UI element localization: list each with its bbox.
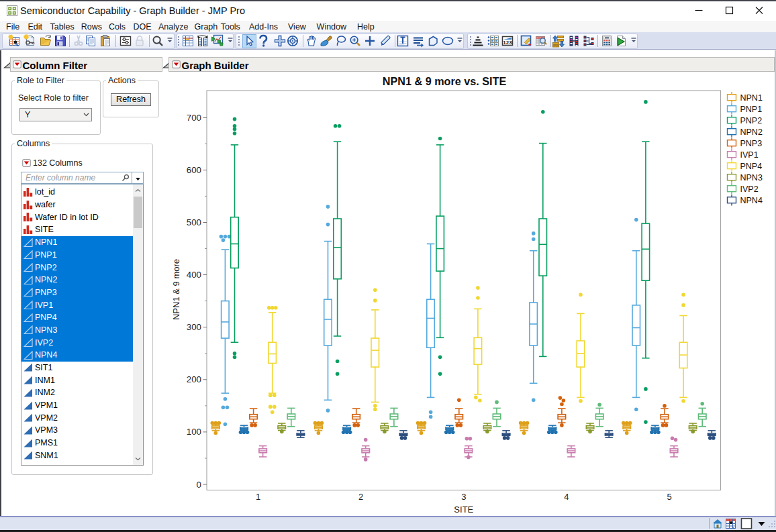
- svg-text:NPN3: NPN3: [740, 173, 763, 182]
- svg-text:NPN2: NPN2: [740, 127, 763, 137]
- svg-text:3: 3: [461, 492, 466, 502]
- svg-text:700: 700: [187, 113, 201, 123]
- svg-text:200: 200: [187, 374, 201, 384]
- svg-text:300: 300: [187, 322, 201, 332]
- svg-text:IVP2: IVP2: [740, 184, 759, 194]
- svg-text:100: 100: [187, 427, 201, 437]
- svg-text:2: 2: [358, 492, 363, 502]
- svg-text:PNP1: PNP1: [740, 105, 763, 114]
- svg-text:1: 1: [256, 492, 260, 502]
- svg-text:500: 500: [187, 217, 201, 227]
- svg-text:SITE: SITE: [454, 504, 473, 515]
- svg-text:600: 600: [187, 165, 201, 175]
- svg-text:NPN1 & 9 more vs. SITE: NPN1 & 9 more vs. SITE: [383, 75, 507, 87]
- svg-text:400: 400: [187, 270, 201, 280]
- svg-text:5: 5: [667, 492, 671, 502]
- svg-text:PNP2: PNP2: [740, 116, 763, 125]
- svg-text:0: 0: [197, 480, 201, 490]
- svg-text:4: 4: [564, 492, 569, 502]
- svg-text:NPN1 & 9 more: NPN1 & 9 more: [171, 259, 181, 320]
- svg-text:NPN1: NPN1: [740, 93, 763, 103]
- svg-text:IVP1: IVP1: [740, 150, 759, 160]
- svg-text:PNP4: PNP4: [740, 162, 763, 171]
- svg-text:NPN4: NPN4: [740, 196, 763, 205]
- svg-text:PNP3: PNP3: [740, 139, 763, 148]
